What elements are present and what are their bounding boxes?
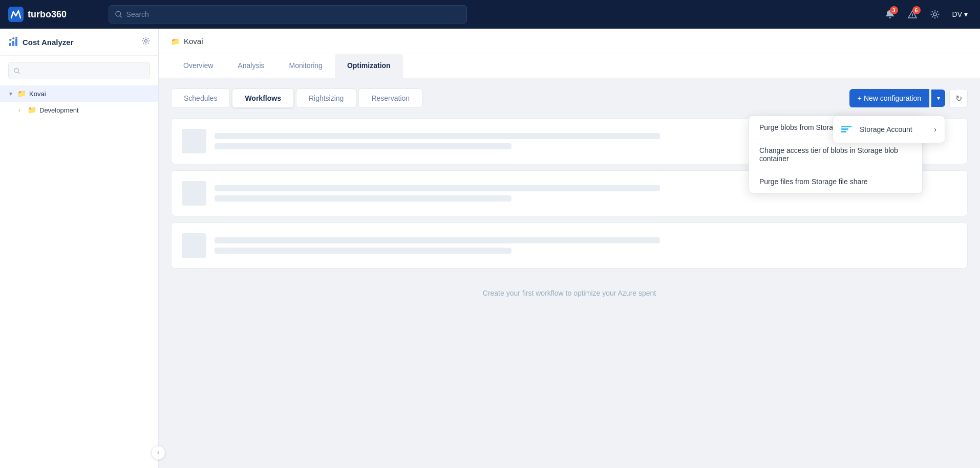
expand-icon: ▼ <box>8 91 14 97</box>
storage-chevron-icon: › <box>934 125 936 133</box>
tab-analysis[interactable]: Analysis <box>225 54 276 78</box>
storage-item-content: Storage Account <box>841 125 912 133</box>
svg-line-16 <box>18 72 19 73</box>
skeleton-line-1b <box>215 143 512 149</box>
skeleton-sq-2 <box>182 181 206 206</box>
svg-line-13 <box>14 38 15 39</box>
sidebar-item-kovai[interactable]: ▼ 📁 Kovai <box>0 85 158 102</box>
sidebar-search-input[interactable] <box>23 67 144 75</box>
dropdown-item-change-tier[interactable]: Change access tier of blobs in Storage b… <box>749 139 922 170</box>
tab-overview[interactable]: Overview <box>171 54 225 78</box>
alerts-btn[interactable]: 6 <box>903 5 922 24</box>
main-content: 📁 Kovai Overview Analysis Monitoring Opt… <box>159 29 980 468</box>
user-menu-btn[interactable]: DV ▾ <box>948 8 972 20</box>
svg-line-12 <box>11 39 12 39</box>
gear-icon <box>930 9 940 19</box>
svg-point-14 <box>145 40 147 42</box>
skeleton-sq-3 <box>182 233 206 258</box>
user-initials: DV <box>952 10 962 18</box>
primary-tabs: Overview Analysis Monitoring Optimizatio… <box>159 54 980 78</box>
tab-reservation[interactable]: Reservation <box>358 88 422 108</box>
sidebar-kovai-label: Kovai <box>29 90 46 98</box>
user-dropdown-icon: ▾ <box>964 10 968 18</box>
page-header: 📁 Kovai <box>159 29 980 54</box>
skeleton-line-3b <box>215 248 512 254</box>
dropdown-item-purge-files[interactable]: Purge files from Storage file share <box>749 170 922 193</box>
new-config-area: + New configuration ▾ Purge blobs from S… <box>849 89 945 107</box>
svg-rect-6 <box>9 43 11 46</box>
sidebar-settings-btn[interactable] <box>142 37 150 47</box>
tab-rightsizing[interactable]: Rightsizing <box>296 88 356 108</box>
skeleton-lines-3 <box>215 237 957 254</box>
breadcrumb-folder-icon: 📁 <box>171 37 180 46</box>
sidebar-collapse-btn[interactable]: ‹ <box>151 445 165 460</box>
storage-icon <box>841 126 851 133</box>
breadcrumb-path: Kovai <box>184 37 203 46</box>
tab-schedules[interactable]: Schedules <box>171 88 230 108</box>
skeleton-line-1a <box>215 133 660 139</box>
folder-icon-kovai: 📁 <box>17 90 26 98</box>
app-layout: Cost Analyzer ▼ 📁 Kovai › 📁 De <box>0 29 980 468</box>
cost-analyzer-icon <box>8 37 18 47</box>
svg-rect-7 <box>12 41 14 46</box>
sidebar-title: Cost Analyzer <box>8 37 73 47</box>
sidebar-search-box[interactable] <box>8 62 150 79</box>
folder-icon-dev: 📁 <box>28 106 36 114</box>
svg-point-5 <box>933 13 936 16</box>
sidebar-search-icon <box>14 68 20 74</box>
storage-account-label: Storage Account <box>860 125 912 133</box>
storage-account-item[interactable]: Storage Account › <box>833 118 945 141</box>
logo-area: turbo360 <box>8 7 100 22</box>
svg-point-10 <box>12 37 14 39</box>
skeleton-sq-1 <box>182 129 206 153</box>
new-config-button[interactable]: + New configuration <box>849 89 929 107</box>
app-name: turbo360 <box>28 9 67 20</box>
skeleton-card-3 <box>171 222 968 269</box>
svg-point-4 <box>912 17 913 18</box>
collapse-icon: ‹ <box>157 449 159 456</box>
svg-point-11 <box>15 37 17 39</box>
search-input[interactable] <box>126 10 460 18</box>
skeleton-line-3a <box>215 237 660 243</box>
svg-rect-8 <box>15 39 17 46</box>
skeleton-line-2b <box>215 195 512 202</box>
tab-optimization[interactable]: Optimization <box>335 54 403 78</box>
nav-icons: 3 6 DV ▾ <box>881 5 972 24</box>
sidebar-header: Cost Analyzer <box>0 29 158 56</box>
refresh-icon: ↻ <box>955 94 962 103</box>
storage-account-panel: Storage Account › <box>833 116 945 143</box>
sidebar-item-development[interactable]: › 📁 Development <box>0 102 158 118</box>
svg-rect-0 <box>8 7 24 22</box>
settings-btn[interactable] <box>926 5 944 24</box>
empty-state-message: Create your first workflow to optimize y… <box>483 289 656 297</box>
new-config-dropdown-btn[interactable]: ▾ <box>931 90 945 107</box>
tab-monitoring[interactable]: Monitoring <box>277 54 335 78</box>
expand-icon-dev: › <box>18 107 25 113</box>
empty-state: Create your first workflow to optimize y… <box>171 289 968 297</box>
svg-line-2 <box>120 16 122 17</box>
search-bar[interactable] <box>109 5 467 24</box>
search-icon <box>115 11 122 18</box>
settings-icon <box>142 37 150 45</box>
sidebar: Cost Analyzer ▼ 📁 Kovai › 📁 De <box>0 29 159 468</box>
content-area: Schedules Workflows Rightsizing Reservat… <box>159 78 980 468</box>
sidebar-dev-label: Development <box>39 106 79 114</box>
notifications-badge: 3 <box>890 6 898 14</box>
notifications-btn[interactable]: 3 <box>881 5 899 24</box>
svg-point-9 <box>9 39 11 41</box>
refresh-btn[interactable]: ↻ <box>949 89 968 107</box>
alerts-badge: 6 <box>912 6 921 14</box>
tab-workflows[interactable]: Workflows <box>232 88 294 108</box>
skeleton-line-2a <box>215 185 660 191</box>
top-nav: turbo360 3 6 <box>0 0 980 29</box>
secondary-tabs: Schedules Workflows Rightsizing Reservat… <box>171 88 968 108</box>
logo-icon <box>8 7 24 22</box>
